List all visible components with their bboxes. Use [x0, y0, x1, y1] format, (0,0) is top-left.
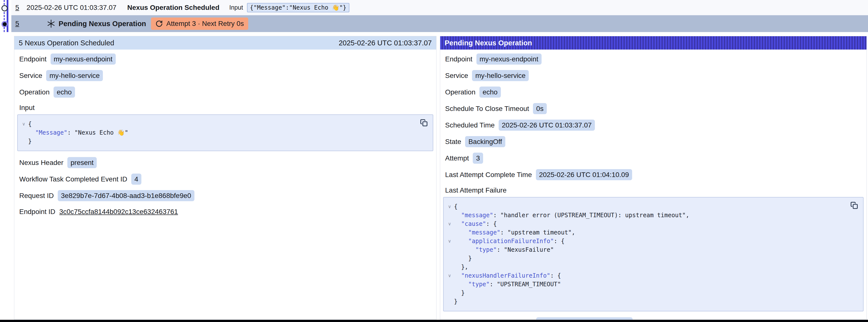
event-detail-panel: 5 Nexus Operation Scheduled 2025-02-26 U…: [14, 36, 436, 320]
field-label: Operation: [19, 88, 50, 96]
pending-operation-body: Endpoint my-nexus-endpoint Service my-he…: [440, 50, 867, 322]
pending-operation-title: Pending Nexus Operation: [59, 20, 146, 28]
timeline-active-bar: [7, 0, 8, 32]
chevron-down-icon[interactable]: ∨: [19, 120, 28, 128]
field-label: Service: [445, 72, 468, 79]
retry-status-badge: Attempt 3 · Next Retry 0s: [151, 18, 248, 30]
json-key: "message": [461, 211, 493, 220]
code-line: "message": "upstream timeout",: [445, 228, 846, 237]
code-line: }: [445, 289, 846, 297]
json-text: {: [454, 202, 458, 211]
input-preview-chip: {"Message":"Nexus Echo 👋"}: [247, 3, 349, 12]
input-section-label: Input: [17, 103, 433, 112]
code-gutter: [445, 254, 454, 263]
pending-operation-panel: Pending Nexus Operation Endpoint my-nexu…: [440, 36, 867, 320]
field-value-badge: 2025-02-26 UTC 01:03:37.07: [499, 120, 595, 131]
json-text: }: [28, 137, 32, 146]
field-label: Service: [19, 72, 42, 79]
field-label: Schedule To Close Timeout: [445, 105, 529, 113]
event-summary-row[interactable]: 5 2025-02-26 UTC 01:03:37.07 Nexus Opera…: [11, 0, 868, 15]
endpoint-id-link[interactable]: 3c0c75ccfa8144b092c13ce632463761: [59, 208, 178, 216]
code-gutter: [445, 228, 454, 237]
chevron-down-icon[interactable]: ∨: [445, 220, 454, 228]
field-label: Nexus Header: [19, 159, 63, 167]
json-text: }: [454, 297, 458, 306]
field-value-badge: echo: [54, 87, 75, 98]
code-line: }: [445, 297, 846, 306]
code-line: ∨{: [445, 202, 846, 211]
field-row-nexus-header: Nexus Header present: [17, 157, 433, 168]
failure-section-label: Last Attempt Failure: [443, 186, 864, 195]
chevron-down-icon[interactable]: ∨: [445, 271, 454, 280]
field-value-badge: 3e829b7e-7d67-4b08-aad3-b1e868bfe9e0: [58, 190, 194, 201]
code-line: }: [19, 137, 415, 146]
code-gutter: [445, 297, 454, 306]
field-row-service: Service my-hello-service: [443, 70, 864, 81]
field-row-schedule-to-close-timeout: Schedule To Close Timeout 0s: [443, 103, 864, 114]
json-text: : {: [554, 237, 564, 246]
copy-button[interactable]: [419, 118, 429, 128]
json-text: : "Nexus Echo 👋": [67, 128, 128, 137]
field-row-endpoint: Endpoint my-nexus-endpoint: [17, 54, 433, 65]
field-value-badge: BackingOff: [465, 136, 505, 147]
field-row-service: Service my-hello-service: [17, 70, 433, 81]
json-key: "type": [475, 246, 497, 254]
json-text: [454, 211, 461, 220]
pending-operation-row[interactable]: 5 Pending Nexus Operation Attempt 3 · Ne…: [11, 15, 868, 32]
json-text: },: [454, 263, 468, 271]
field-row-operation: Operation echo: [17, 87, 433, 98]
retry-badge-label: Attempt 3 · Next Retry 0s: [166, 20, 244, 28]
json-text: : "NexusFailure": [497, 246, 554, 254]
code-line: },: [445, 263, 846, 271]
event-id-link[interactable]: 5: [15, 20, 19, 28]
field-row-last-attempt-complete-time: Last Attempt Complete Time 2025-02-26 UT…: [443, 169, 864, 180]
json-text: : {: [550, 271, 561, 280]
field-label: Scheduled Time: [445, 121, 495, 129]
code-line: "type": "UPSTREAM_TIMEOUT": [445, 280, 846, 289]
copy-button[interactable]: [849, 200, 859, 210]
event-id-link[interactable]: 5: [15, 4, 19, 11]
code-gutter: [19, 128, 28, 137]
field-value-badge: present: [67, 157, 97, 168]
json-text: [454, 271, 461, 280]
json-text: : {: [486, 220, 497, 228]
chevron-down-icon[interactable]: ∨: [445, 202, 454, 211]
timeline-open-circle-icon: [1, 5, 8, 11]
field-label: Endpoint ID: [19, 208, 55, 216]
field-row-attempt: Attempt 3: [443, 153, 864, 164]
field-row-operation: Operation echo: [443, 87, 864, 98]
field-value-badge: my-hello-service: [46, 70, 103, 81]
field-label: Endpoint: [19, 55, 46, 63]
json-text: : "handler error (UPSTREAM_TIMEOUT): ups…: [493, 211, 689, 220]
json-key: "type": [468, 280, 490, 289]
panel-timestamp: 2025-02-26 UTC 01:03:37.07: [339, 39, 432, 47]
field-label: Endpoint: [445, 55, 472, 63]
json-text: }: [454, 254, 472, 263]
json-text: [454, 280, 468, 289]
json-viewer: ∨{ "Message": "Nexus Echo 👋"}: [19, 120, 415, 146]
bottom-edge-bar: [0, 320, 868, 322]
field-row-endpoint-id: Endpoint ID 3c0c75ccfa8144b092c13ce63246…: [17, 206, 433, 217]
copy-icon: [420, 119, 428, 127]
event-timestamp: 2025-02-26 UTC 01:03:37.07: [27, 4, 117, 11]
field-row-workflow-task-completed-event-id: Workflow Task Completed Event ID 4: [17, 173, 433, 185]
code-line: ∨ "nexusHandlerFailureInfo": {: [445, 271, 846, 280]
json-key: "applicationFailureInfo": [468, 237, 554, 246]
json-key: "cause": [461, 220, 486, 228]
json-text: [454, 246, 475, 254]
input-label: Input: [229, 4, 243, 11]
code-line: "type": "NexusFailure": [445, 246, 846, 254]
field-value-badge: 3: [473, 153, 483, 164]
field-value-badge: my-nexus-endpoint: [476, 54, 541, 65]
panel-title: Pending Nexus Operation: [444, 39, 532, 47]
chevron-down-icon[interactable]: ∨: [445, 237, 454, 246]
code-gutter: [445, 211, 454, 220]
field-label: Last Attempt Complete Time: [445, 171, 532, 179]
code-gutter: [19, 137, 28, 146]
event-detail-header[interactable]: 5 Nexus Operation Scheduled 2025-02-26 U…: [14, 36, 436, 50]
field-label: State: [445, 138, 461, 146]
json-text: : "UPSTREAM_TIMEOUT": [490, 280, 561, 289]
event-detail-body: Endpoint my-nexus-endpoint Service my-he…: [14, 50, 436, 217]
json-text: {: [28, 120, 32, 128]
event-title: Nexus Operation Scheduled: [127, 4, 219, 11]
